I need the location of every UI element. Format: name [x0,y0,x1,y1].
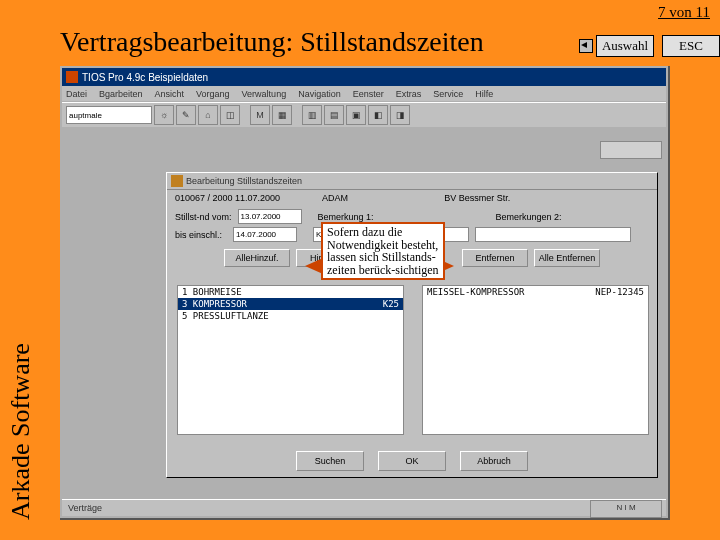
statusbar: Verträge N I M [62,499,666,516]
cancel-button[interactable]: Abbruch [460,451,528,471]
menu-item[interactable]: Navigation [298,89,341,99]
menu-item[interactable]: Service [433,89,463,99]
toolbar-button[interactable]: ▥ [302,105,322,125]
status-text: Verträge [68,503,102,513]
ok-button[interactable]: OK [378,451,446,471]
toolbar-button[interactable]: ☼ [154,105,174,125]
toolbar-button[interactable]: M [250,105,270,125]
menu-item[interactable]: Verwaltung [242,89,287,99]
app-icon [66,71,78,83]
bem2-label: Bemerkungen 2: [496,212,562,222]
dialog-title-text: Bearbeitung Stillstandszeiten [186,176,302,186]
menu-item[interactable]: Ansicht [155,89,185,99]
search-button[interactable]: Suchen [296,451,364,471]
user-name: ADAM [322,193,348,203]
bem2-field[interactable] [475,227,631,242]
dialog-icon [171,175,183,187]
toolbar-button[interactable]: ✎ [176,105,196,125]
back-icon[interactable] [579,39,593,53]
toolbar: auptmale ☼ ✎ ⌂ ◫ M ▦ ▥ ▤ ▣ ◧ ◨ [62,102,666,127]
menu-item[interactable]: Hilfe [475,89,493,99]
menubar[interactable]: Datei Bgarbeiten Ansicht Vorgang Verwalt… [62,86,666,101]
bv-label: BV Bessmer Str. [444,193,510,203]
toolbar-button[interactable]: ◧ [368,105,388,125]
contract-id: 010067 / 2000 11.07.2000 [175,193,280,203]
window-title-text: TIOS Pro 4.9c Beispieldaten [82,72,208,83]
page-counter: 7 von 11 [658,4,710,21]
add-all-button[interactable]: AlleHinzuf. [224,249,290,267]
remove-all-button[interactable]: Alle Entfernen [534,249,600,267]
callout-box: Sofern dazu die Notwendigkeit besteht, l… [321,222,445,280]
toolbar-button[interactable]: ▣ [346,105,366,125]
auswahl-button[interactable]: Auswahl [596,35,654,57]
dialog-actions: Suchen OK Abbruch [167,451,657,471]
from-label: Stillst-nd vom: [175,212,232,222]
menu-item[interactable]: Datei [66,89,87,99]
menu-item[interactable]: Eenster [353,89,384,99]
till-label: bis einschl.: [175,230,222,240]
toolbar-button[interactable]: ◫ [220,105,240,125]
till-field[interactable]: 14.07.2000 [233,227,297,242]
window-title: TIOS Pro 4.9c Beispieldaten [62,68,666,86]
selected-list[interactable]: MEISSEL-KOMPRESSORNEP-12345 [422,285,649,435]
dropdown-main[interactable]: auptmale [66,106,152,124]
list-item[interactable]: 5 PRESSLUFTLANZE [178,310,403,322]
page-title: Vertragsbearbeitung: Stillstandszeiten [60,26,484,58]
esc-button[interactable]: ESC [662,35,720,57]
menu-item[interactable]: Bgarbeiten [99,89,143,99]
available-list[interactable]: 1 BOHRMEISE 3 KOMPRESSORK25 5 PRESSLUFTL… [177,285,404,435]
slide: 7 von 11 Auswahl ESC Vertragsbearbeitung… [0,0,720,540]
toolbar-scrollbar[interactable] [600,141,662,159]
status-right: N I M [590,500,662,518]
toolbar-button[interactable]: ◨ [390,105,410,125]
toolbar-button[interactable]: ▦ [272,105,292,125]
bem1-label: Bemerkung 1: [318,212,374,222]
dialog-title: Bearbeitung Stillstandszeiten [167,173,657,190]
list-item[interactable]: 1 BOHRMEISE [178,286,403,298]
list-item[interactable]: MEISSEL-KOMPRESSORNEP-12345 [423,286,648,298]
list-item[interactable]: 3 KOMPRESSORK25 [178,298,403,310]
toolbar-button[interactable]: ▤ [324,105,344,125]
remove-button[interactable]: Entfernen [462,249,528,267]
brand-label: Arkade Software [6,343,36,520]
dialog-stillstandszeiten: Bearbeitung Stillstandszeiten 010067 / 2… [166,172,658,478]
from-field[interactable]: 13.07.2000 [238,209,302,224]
app-window: TIOS Pro 4.9c Beispieldaten Datei Bgarbe… [60,66,670,520]
toolbar-button[interactable]: ⌂ [198,105,218,125]
menu-item[interactable]: Extras [396,89,422,99]
menu-item[interactable]: Vorgang [196,89,230,99]
